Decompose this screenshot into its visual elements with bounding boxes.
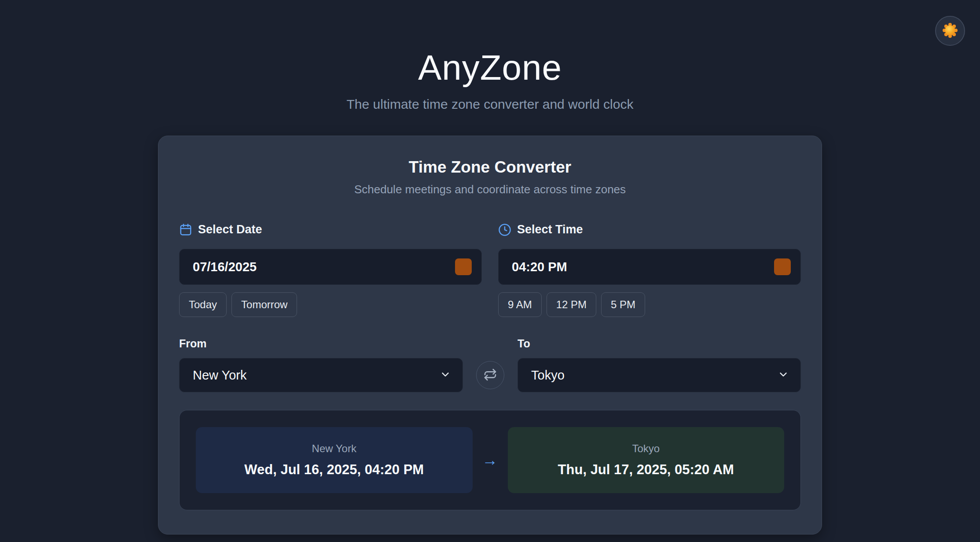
date-picker-icon[interactable] [455, 258, 472, 275]
time-quick-buttons: 9 AM 12 PM 5 PM [498, 292, 801, 317]
time-input[interactable]: 04:20 PM [498, 249, 801, 285]
from-group: From New York [179, 337, 463, 392]
to-timezone-value: Tokyo [531, 368, 565, 383]
date-input-value: 07/16/2025 [193, 260, 257, 274]
from-result-city: New York [312, 442, 356, 455]
date-input[interactable]: 07/16/2025 [179, 249, 482, 285]
to-result-city: Tokyo [632, 442, 660, 455]
tomorrow-button[interactable]: Tomorrow [231, 292, 297, 317]
today-button[interactable]: Today [179, 292, 227, 317]
app-header: AnyZone The ultimate time zone converter… [0, 0, 980, 112]
quick-time-9am-button[interactable]: 9 AM [498, 292, 542, 317]
calendar-icon [179, 223, 192, 236]
quick-time-5pm-button[interactable]: 5 PM [601, 292, 645, 317]
date-quick-buttons: Today Tomorrow [179, 292, 482, 317]
chevron-down-icon [778, 369, 789, 382]
right-arrow-icon: → [473, 451, 508, 469]
from-timezone-value: New York [193, 368, 247, 383]
swap-wrap [463, 361, 518, 392]
to-result-datetime: Thu, Jul 17, 2025, 05:20 AM [558, 462, 734, 478]
clock-icon [498, 223, 511, 236]
app-subtitle: The ultimate time zone converter and wor… [0, 97, 980, 112]
time-field-group: Select Time 04:20 PM 9 AM 12 PM 5 PM [498, 223, 801, 317]
theme-toggle-button[interactable] [935, 16, 965, 46]
to-label: To [518, 337, 801, 350]
to-result-box: Tokyo Thu, Jul 17, 2025, 05:20 AM [508, 427, 785, 493]
from-timezone-select[interactable]: New York [179, 358, 463, 392]
quick-time-12pm-button[interactable]: 12 PM [547, 292, 596, 317]
time-input-value: 04:20 PM [512, 260, 567, 274]
conversion-result-panel: New York Wed, Jul 16, 2025, 04:20 PM → T… [179, 410, 801, 510]
from-result-box: New York Wed, Jul 16, 2025, 04:20 PM [196, 427, 473, 493]
from-result-datetime: Wed, Jul 16, 2025, 04:20 PM [244, 462, 424, 478]
sun-icon [941, 22, 959, 41]
card-subtitle: Schedule meetings and coordinate across … [179, 183, 801, 196]
select-time-label: Select Time [498, 223, 801, 236]
to-timezone-select[interactable]: Tokyo [518, 358, 801, 392]
time-zone-converter-card: Time Zone Converter Schedule meetings an… [158, 136, 822, 535]
date-field-group: Select Date 07/16/2025 Today Tomorrow [179, 223, 482, 317]
swap-icon [483, 368, 497, 383]
time-picker-icon[interactable] [774, 258, 791, 275]
select-date-label-text: Select Date [198, 223, 262, 236]
to-group: To Tokyo [518, 337, 801, 392]
swap-timezones-button[interactable] [476, 361, 504, 389]
chevron-down-icon [440, 369, 451, 382]
from-label: From [179, 337, 463, 350]
select-date-label: Select Date [179, 223, 482, 236]
select-time-label-text: Select Time [517, 223, 583, 236]
card-title: Time Zone Converter [179, 158, 801, 177]
app-title: AnyZone [0, 48, 980, 88]
